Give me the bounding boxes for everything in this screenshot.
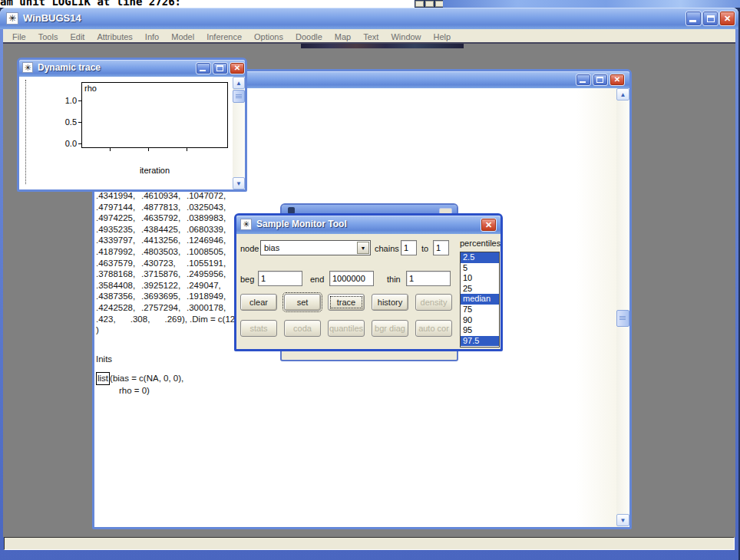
menu-item-window[interactable]: Window [385,31,427,44]
maximize-button[interactable] [702,11,719,26]
menu-item-file[interactable]: File [6,31,32,44]
doc-cell: .4341994, [96,190,141,202]
menu-item-info[interactable]: Info [139,31,165,44]
document-close-button[interactable]: ✕ [610,74,625,86]
scroll-up-icon[interactable]: ▲ [616,88,629,100]
trace-scrollbar[interactable]: ▲ ▼ [233,77,245,189]
menu-item-doodle[interactable]: Doodle [289,31,329,44]
inits-rho-line: rho = 0) [96,385,245,397]
node-combobox[interactable]: bias ▼ [260,240,371,255]
combo-dropdown-icon[interactable]: ▼ [357,242,369,254]
terminal-minimize-button[interactable] [415,1,424,7]
auto-cor-button[interactable]: auto cor [415,320,452,337]
doc-close-paren: ) [96,324,245,336]
trace-window-titlebar[interactable]: ✳ Dynamic trace ✕ [19,60,245,77]
thumb-grip-icon [236,94,242,99]
percentile-item-2.5[interactable]: 2.5 [461,252,499,263]
menu-item-map[interactable]: Map [329,31,357,44]
x-tick-mark [148,148,149,151]
menu-item-edit[interactable]: Edit [64,31,91,44]
menu-item-inference[interactable]: Inference [200,31,248,44]
percentile-item-5[interactable]: 5 [461,263,499,274]
trace-app-icon: ✳ [22,62,33,73]
percentile-item-25[interactable]: 25 [461,284,499,295]
desktop-top-strip: am unit LOGLIK at line 2726: [0,0,740,8]
menu-item-help[interactable]: Help [428,31,458,44]
doc-dim-line: .423, .308, .269), .Dim = c(12, 3 [96,314,245,325]
menu-item-tools[interactable]: Tools [32,31,64,44]
scroll-up-icon[interactable]: ▲ [233,77,245,89]
trace-minimize-button[interactable] [196,62,211,74]
scroll-down-icon[interactable]: ▼ [616,514,629,526]
percentile-item-97.5[interactable]: 97.5 [461,336,499,347]
end-field[interactable] [329,271,374,286]
page-margin-guide [25,80,26,184]
chains-to-field[interactable] [433,240,449,255]
percentile-item-10[interactable]: 10 [461,273,499,284]
doc-cell: .4387356, [96,291,141,302]
menu-item-model[interactable]: Model [165,31,200,44]
list-rest: (bias = c(NA, 0, 0), [110,374,183,383]
history-button[interactable]: history [372,294,408,311]
doc-cell: .1047072, [187,190,226,202]
percentiles-listbox[interactable]: 2.551025median75909597.5 [460,252,500,348]
coda-button[interactable]: coda [284,320,321,337]
doc-cell: .3584408, [96,280,141,292]
scrollbar-thumb[interactable] [233,90,245,103]
thin-field[interactable] [406,271,451,286]
minimize-icon [580,81,586,83]
terminal-maximize-button[interactable] [425,1,434,7]
doc-cell: .4974225, [96,212,141,224]
percentile-item-90[interactable]: 90 [461,315,499,326]
menu-item-attributes[interactable]: Attributes [91,31,138,44]
table-row: .4242528,.2757294,.3000178, [96,302,245,314]
trace-maximize-button[interactable] [213,62,228,74]
y-tick-label: 0.5 [58,117,77,127]
percentile-item-median[interactable]: median [461,294,499,305]
dialog-titlebar[interactable]: ✳ Sample Monitor Tool ✕ [236,216,500,234]
document-maximize-button[interactable] [593,74,608,86]
doc-cell: .3693695, [141,291,187,302]
y-tick-label: 0.0 [58,139,77,148]
doc-data-rows: .4341994,.4610934,.1047072,.4797144,.487… [96,190,245,314]
doc-cell: .4635792, [141,212,187,224]
minimize-button[interactable] [685,11,702,26]
close-button[interactable]: ✕ [719,11,735,26]
table-row: .4935235,.4384425,.0680339, [96,224,245,236]
plot-series-label: rho [84,84,97,93]
trace-button[interactable]: trace [328,294,365,311]
percentile-item-95[interactable]: 95 [461,325,499,336]
background-terminal-window[interactable]: am unit LOGLIK at line 2726: [0,0,415,8]
inits-list-line: list(bias = c(NA, 0, 0), [96,372,245,385]
stats-button[interactable]: stats [240,320,277,337]
dialog-title: Sample Monitor Tool [256,219,347,229]
bgr-diag-button[interactable]: bgr diag [372,320,408,337]
doc-cell: .4413256, [141,235,187,246]
set-button[interactable]: set [284,294,321,311]
percentile-item-75[interactable]: 75 [461,305,499,315]
scroll-down-icon[interactable]: ▼ [233,177,245,189]
chains-label: chains [375,244,399,253]
sample-monitor-tool-dialog: ✳ Sample Monitor Tool ✕ node bias ▼ chai… [234,213,503,351]
scrollbar-thumb[interactable] [616,310,629,327]
density-button[interactable]: density [415,294,452,311]
dialog-close-button[interactable]: ✕ [481,218,497,232]
quantiles-button[interactable]: quantiles [328,320,365,337]
inits-heading: Inits [96,354,245,365]
trace-close-button[interactable]: ✕ [230,62,245,74]
node-label: node [240,244,259,253]
main-window-titlebar[interactable]: ✳ WinBUGS14 ✕ [0,8,738,29]
doc-cell: .1008505, [187,246,226,258]
selected-word-box[interactable]: list [96,372,110,385]
chains-from-field[interactable] [401,240,417,255]
end-label: end [310,275,324,284]
document-minimize-button[interactable] [576,74,591,86]
menu-item-text[interactable]: Text [357,31,385,44]
collapsed-window-remnant [301,44,464,48]
maximize-icon [216,65,223,71]
beg-field[interactable] [258,271,302,286]
doc-cell: .430723, [141,258,187,269]
menu-item-options[interactable]: Options [248,31,289,44]
clear-button[interactable]: clear [240,294,277,311]
document-scrollbar[interactable]: ▲ ▼ [616,88,629,527]
